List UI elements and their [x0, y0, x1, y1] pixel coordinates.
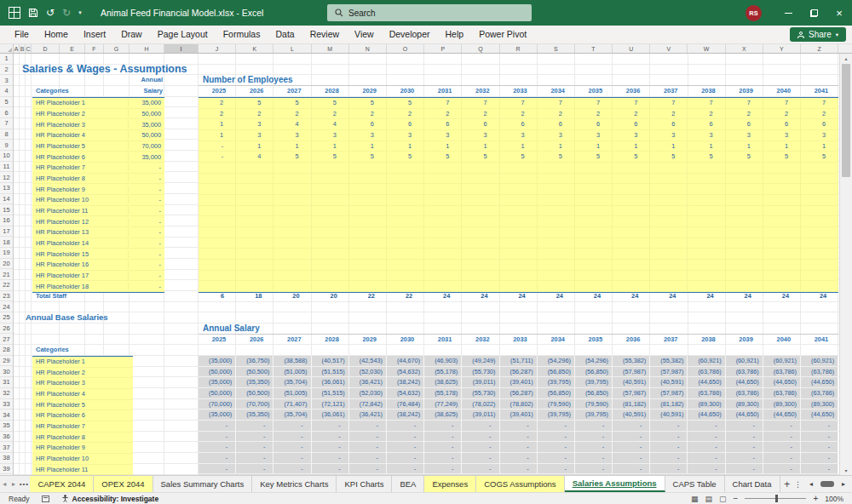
employees-cell[interactable]: -	[199, 141, 236, 152]
employees-cell[interactable]: 7	[462, 98, 499, 108]
minimize-button[interactable]	[775, 0, 801, 26]
employees-cell[interactable]: 4	[236, 152, 273, 162]
employees-cell[interactable]	[726, 206, 763, 216]
salary-cell[interactable]: (56,850)	[575, 388, 613, 399]
salary-cell[interactable]: (38,625)	[424, 410, 462, 421]
employees-cell[interactable]	[199, 271, 236, 281]
employees-cell[interactable]	[538, 184, 575, 194]
employees-cell[interactable]: 4	[273, 119, 311, 129]
employees-cell[interactable]	[500, 238, 538, 249]
salary-cell[interactable]: -	[462, 453, 499, 464]
employees-cell[interactable]: 5	[688, 152, 725, 162]
base-salary-category-cell[interactable]: HR Placeholder 2	[32, 368, 133, 379]
salary-cell[interactable]: -	[650, 421, 688, 432]
staff-category-cell[interactable]: HR Placeholder 16	[32, 261, 128, 268]
employees-cell[interactable]: 1	[273, 141, 311, 152]
salary-cell[interactable]: (35,000)	[199, 377, 236, 388]
employees-cell[interactable]: 5	[424, 152, 462, 162]
employees-cell[interactable]: 3	[273, 130, 311, 140]
staff-category-cell[interactable]: HR Placeholder 1	[32, 99, 128, 106]
staff-category-cell[interactable]: HR Placeholder 9	[32, 186, 128, 193]
salary-cell[interactable]: -	[236, 442, 273, 453]
staff-category-cell[interactable]: HR Placeholder 14	[32, 239, 128, 247]
employees-cell[interactable]: 6	[613, 119, 650, 129]
row-header-4[interactable]: 4	[0, 86, 13, 97]
employees-year-2028[interactable]: 2028	[312, 86, 349, 97]
column-header-A[interactable]: A	[14, 44, 20, 53]
employees-cell[interactable]	[424, 271, 462, 281]
employees-cell[interactable]	[538, 227, 575, 238]
employees-year-2036[interactable]: 2036	[613, 86, 650, 97]
column-header-X[interactable]: X	[726, 44, 763, 53]
employees-cell[interactable]	[273, 206, 311, 216]
employees-total-cell[interactable]: 24	[575, 291, 613, 302]
employees-cell[interactable]	[199, 216, 236, 226]
employees-cell[interactable]: 5	[349, 152, 387, 162]
employees-cell[interactable]	[273, 271, 311, 281]
base-salary-category-cell[interactable]: HR Placeholder 4	[32, 389, 133, 400]
employees-cell[interactable]	[424, 184, 462, 194]
employees-cell[interactable]	[312, 238, 349, 249]
salary-cell[interactable]: (56,850)	[575, 367, 613, 378]
salary-cell[interactable]: -	[462, 421, 499, 432]
row-header-2[interactable]: 2	[0, 65, 13, 76]
base-salary-category-cell[interactable]: HR Placeholder 9	[32, 443, 133, 454]
salary-cell[interactable]: (40,591)	[613, 410, 650, 421]
employees-cell[interactable]	[763, 163, 801, 173]
salary-cell[interactable]: -	[650, 453, 688, 464]
column-header-M[interactable]: M	[312, 44, 349, 53]
employees-cell[interactable]	[387, 184, 424, 194]
salary-cell[interactable]: -	[763, 453, 801, 464]
employees-cell[interactable]	[312, 227, 349, 238]
salary-cell[interactable]: (52,030)	[349, 388, 387, 399]
employees-cell[interactable]	[688, 216, 725, 226]
staff-salary-cell[interactable]: -	[128, 261, 164, 268]
employees-cell[interactable]	[312, 163, 349, 173]
salary-cell[interactable]: -	[650, 442, 688, 453]
salary-cell[interactable]: -	[500, 464, 538, 475]
employees-cell[interactable]	[349, 195, 387, 205]
salary-cell[interactable]: -	[387, 442, 424, 453]
employees-total-cell[interactable]: 20	[312, 291, 349, 302]
employees-cell[interactable]	[424, 249, 462, 259]
salary-cell[interactable]: -	[273, 442, 311, 453]
salary-cell[interactable]: (35,350)	[236, 410, 273, 421]
employees-cell[interactable]: 3	[726, 130, 763, 140]
employees-cell[interactable]	[763, 227, 801, 238]
employees-cell[interactable]	[387, 260, 424, 270]
employees-cell[interactable]	[236, 281, 273, 291]
employees-cell[interactable]	[538, 238, 575, 249]
row-header-5[interactable]: 5	[0, 97, 13, 108]
salary-cell[interactable]: (71,407)	[273, 399, 311, 410]
salary-cell[interactable]: (44,650)	[801, 377, 838, 388]
employees-cell[interactable]: 1	[726, 141, 763, 152]
salary-cell[interactable]: -	[650, 432, 688, 443]
row-header-32[interactable]: 32	[0, 388, 13, 399]
employees-cell[interactable]	[613, 271, 650, 281]
employees-cell[interactable]	[462, 249, 499, 259]
salary-cell[interactable]: (89,300)	[726, 399, 763, 410]
employees-cell[interactable]	[500, 184, 538, 194]
employees-total-cell[interactable]: 24	[424, 291, 462, 302]
employees-cell[interactable]	[236, 184, 273, 194]
employees-cell[interactable]	[538, 249, 575, 259]
employees-cell[interactable]: 3	[801, 130, 838, 140]
staff-salary-cell[interactable]: -	[128, 175, 164, 182]
staff-salary-cell[interactable]: 70,000	[128, 142, 164, 150]
salary-cell[interactable]: (89,300)	[801, 399, 838, 410]
row-header-1[interactable]: 1	[0, 54, 13, 65]
employees-cell[interactable]	[462, 238, 499, 249]
employees-cell[interactable]: 5	[312, 152, 349, 162]
undo-icon[interactable]: ↺	[46, 0, 55, 26]
salary-cell[interactable]: -	[236, 421, 273, 432]
employees-cell[interactable]	[650, 195, 688, 205]
employees-cell[interactable]	[650, 206, 688, 216]
salary-cell[interactable]: -	[763, 464, 801, 475]
sheet-tab-expenses[interactable]: Expenses	[424, 476, 476, 492]
salary-cell[interactable]: (63,786)	[801, 367, 838, 378]
employees-cell[interactable]: 6	[462, 119, 499, 129]
row-header-6[interactable]: 6	[0, 107, 13, 118]
row-header-21[interactable]: 21	[0, 269, 13, 280]
salary-cell[interactable]: (39,011)	[462, 410, 499, 421]
employees-cell[interactable]	[273, 238, 311, 249]
